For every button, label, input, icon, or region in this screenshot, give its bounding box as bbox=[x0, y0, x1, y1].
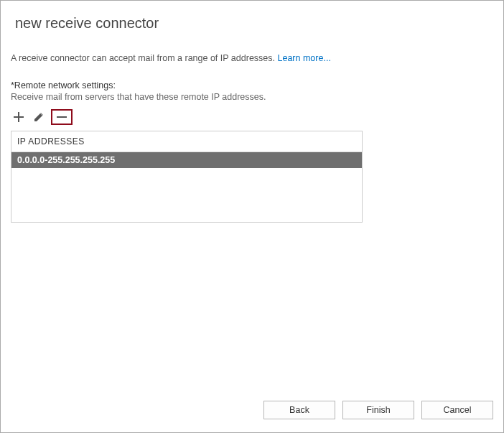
table-header: IP ADDRESSES bbox=[11, 131, 362, 152]
ip-toolbar bbox=[11, 109, 493, 125]
dialog-new-receive-connector: new receive connector A receive connecto… bbox=[0, 0, 504, 433]
finish-button[interactable]: Finish bbox=[342, 401, 414, 419]
table-row[interactable]: 0.0.0.0-255.255.255.255 bbox=[11, 152, 362, 168]
remote-network-sublabel: Receive mail from servers that have thes… bbox=[11, 92, 493, 102]
table-body: 0.0.0.0-255.255.255.255 bbox=[11, 152, 362, 168]
pencil-icon bbox=[33, 111, 45, 123]
back-button[interactable]: Back bbox=[263, 401, 335, 419]
remote-network-label: *Remote network settings: bbox=[11, 80, 493, 90]
page-title: new receive connector bbox=[15, 15, 493, 32]
learn-more-link[interactable]: Learn more... bbox=[278, 53, 331, 63]
remove-button[interactable] bbox=[54, 109, 70, 125]
description-text: A receive connector can accept mail from… bbox=[11, 53, 493, 63]
minus-icon bbox=[56, 111, 67, 123]
remove-button-highlight bbox=[51, 109, 73, 125]
plus-icon bbox=[13, 111, 24, 123]
edit-button[interactable] bbox=[31, 109, 47, 125]
dialog-footer: Back Finish Cancel bbox=[263, 401, 493, 419]
svg-rect-2 bbox=[57, 116, 67, 118]
svg-rect-1 bbox=[14, 116, 24, 118]
description-body: A receive connector can accept mail from… bbox=[11, 53, 275, 63]
cancel-button[interactable]: Cancel bbox=[421, 401, 493, 419]
ip-addresses-table: IP ADDRESSES 0.0.0.0-255.255.255.255 bbox=[11, 131, 363, 223]
add-button[interactable] bbox=[11, 109, 27, 125]
